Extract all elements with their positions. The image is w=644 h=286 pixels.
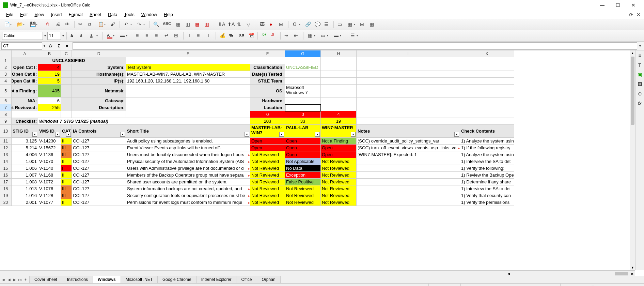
cell-I10[interactable]: Notes▾ xyxy=(357,125,460,138)
cell-B16[interactable]: V-1168 xyxy=(38,172,61,179)
cell-F15[interactable]: Not Reviewed xyxy=(250,165,285,172)
cell-F18[interactable]: Not Reviewed xyxy=(250,185,285,192)
cell-C10[interactable]: CAT▾ xyxy=(61,125,72,138)
cell-E14[interactable]: Physical security of the Automated Infor… xyxy=(126,158,250,165)
print-button[interactable]: 🖨 xyxy=(54,20,62,29)
cell-D5[interactable]: Netmask: xyxy=(72,85,126,97)
close-button[interactable]: ✕ xyxy=(626,0,641,10)
clone-formatting-button[interactable]: 🖌 xyxy=(109,20,117,29)
cell-G9[interactable]: 33 xyxy=(285,118,321,125)
cell-D16[interactable]: CCI-127 xyxy=(72,172,126,179)
decrease-indent-button[interactable]: ⇤ xyxy=(293,32,301,40)
cell-B12[interactable]: V-15672 xyxy=(38,145,61,151)
cut-button[interactable]: ✂ xyxy=(77,20,85,29)
cell-B14[interactable]: V-1070 xyxy=(38,158,61,165)
cell-ref-dropdown-icon[interactable]: ▾ xyxy=(44,44,45,48)
row-header-3[interactable]: 3 xyxy=(0,71,12,78)
cell-K4[interactable] xyxy=(460,78,514,85)
cell-E13[interactable]: Users must be forcibly disconnected when… xyxy=(126,151,250,158)
cell-E6[interactable] xyxy=(126,97,250,104)
font-size-dropdown-icon[interactable]: ▾ xyxy=(62,34,64,37)
col-header-A[interactable]: A xyxy=(12,50,38,57)
tab-first-icon[interactable]: ⏮ xyxy=(1,277,6,282)
cell-D18[interactable]: CCI-127 xyxy=(72,185,126,192)
col-header-H[interactable]: H xyxy=(321,50,357,57)
cell-A10[interactable]: STIG ID▾ xyxy=(12,125,38,138)
font-size-input[interactable] xyxy=(47,32,61,40)
menu-tools[interactable]: Tools xyxy=(121,11,138,18)
increase-indent-button[interactable]: ⇥ xyxy=(283,32,291,40)
cell-K20[interactable]: 1) Verify the permissions xyxy=(460,199,514,206)
find-button[interactable]: 🔍 xyxy=(152,20,160,29)
col-header-I[interactable]: I xyxy=(357,50,460,57)
cell-A16[interactable]: 1.007 xyxy=(12,172,38,179)
cell-E20[interactable]: Permissions for event logs must conform … xyxy=(126,199,250,206)
cell-F1[interactable] xyxy=(250,57,285,64)
open-button[interactable]: 📂 xyxy=(15,20,27,29)
filter-arrow-icon[interactable]: ▾ xyxy=(55,132,60,137)
cell-I2[interactable] xyxy=(357,64,460,71)
cell-G10[interactable]: PAUL-LAB▾ xyxy=(285,125,321,138)
cell-H3[interactable] xyxy=(321,71,357,78)
paste-button[interactable]: 📋 xyxy=(96,20,108,29)
cell-D13[interactable]: CCI-127 xyxy=(72,151,126,158)
show-draw-button[interactable]: ▦ xyxy=(368,20,376,29)
status-pagestyle[interactable]: PageStyle_Windows xyxy=(32,284,429,286)
pivot-button[interactable]: ⊞ xyxy=(278,20,286,29)
cell-K11[interactable]: 1) Analyze the system usin xyxy=(460,138,514,145)
cell-F20[interactable]: Not Reviewed xyxy=(250,199,285,206)
cell-E16[interactable]: Members of the Backup Operators group mu… xyxy=(126,172,250,179)
cell-C19[interactable]: III xyxy=(61,192,72,199)
cell-A9[interactable]: Checklist: xyxy=(12,118,38,125)
cell-B18[interactable]: V-1076 xyxy=(38,185,61,192)
cell-A20[interactable]: 2.001 xyxy=(12,199,38,206)
cell-B6[interactable]: 6 xyxy=(38,97,61,104)
cell-E10[interactable]: Short Title▾ xyxy=(126,125,250,138)
cell-F9[interactable]: 203 xyxy=(250,118,285,125)
define-print-area-button[interactable]: ▭ xyxy=(336,20,344,29)
cell-F17[interactable]: Not Reviewed xyxy=(250,179,285,185)
cell-H6[interactable] xyxy=(321,97,357,104)
cell-E5[interactable] xyxy=(126,85,250,97)
cell-G19[interactable]: Not Reviewed xyxy=(285,192,321,199)
cell-K1[interactable] xyxy=(460,57,514,64)
cell-A18[interactable]: 1.013 xyxy=(12,185,38,192)
cell-H8[interactable]: 4 xyxy=(321,111,357,118)
cell-C17[interactable]: II xyxy=(61,179,72,185)
cell-G4[interactable] xyxy=(285,78,321,85)
freeze-button[interactable]: ▦ xyxy=(346,20,357,29)
filter-arrow-icon[interactable]: ▾ xyxy=(32,132,37,137)
col-header-F[interactable]: F xyxy=(250,50,285,57)
zoom-in-icon[interactable]: + xyxy=(616,284,625,286)
cell-H5[interactable] xyxy=(321,85,357,97)
font-name-dropdown-icon[interactable]: ▾ xyxy=(44,34,46,37)
row-header-9[interactable]: 9 xyxy=(0,118,12,125)
cell-I6[interactable] xyxy=(357,97,460,104)
align-bottom-button[interactable]: ⊥ xyxy=(205,32,213,40)
row-header-4[interactable]: 4 xyxy=(0,78,12,85)
cell-H11[interactable]: Not a Finding xyxy=(321,138,357,145)
cell-K3[interactable] xyxy=(460,71,514,78)
cell-F16[interactable]: Not Reviewed xyxy=(250,172,285,179)
cell-K10[interactable]: Check Contents xyxy=(460,125,514,138)
cell-K12[interactable]: 1) If the following registry xyxy=(460,145,514,151)
maximize-button[interactable]: ☐ xyxy=(610,0,626,10)
cell-H16[interactable]: Not Reviewed xyxy=(321,172,357,179)
bold-button[interactable]: a xyxy=(69,32,77,40)
currency-button[interactable]: 💰 xyxy=(218,32,226,40)
cell-C20[interactable]: II xyxy=(61,199,72,206)
add-decimal-button[interactable]: .0+ xyxy=(260,32,268,40)
minimize-button[interactable]: — xyxy=(594,0,610,10)
font-color-button[interactable]: A xyxy=(105,32,116,40)
cell-F19[interactable]: Not Reviewed xyxy=(250,192,285,199)
cell-I15[interactable] xyxy=(357,165,460,172)
row-header-10[interactable]: 10 xyxy=(0,125,12,138)
cell-G20[interactable]: Not Reviewed xyxy=(285,199,321,206)
cell-G13[interactable]: Open xyxy=(285,151,321,158)
delete-row-button[interactable]: ▦ xyxy=(194,20,202,29)
menu-format[interactable]: Format xyxy=(65,11,86,18)
sheet-tab-cover sheet[interactable]: Cover Sheet xyxy=(29,276,62,283)
row-header-12[interactable]: 12 xyxy=(0,145,12,151)
cell-I12[interactable]: (SCC) turn_off_event_views_events_asp_li… xyxy=(357,145,460,151)
sheet-tab-google chrome[interactable]: Google Chrome xyxy=(157,276,197,283)
